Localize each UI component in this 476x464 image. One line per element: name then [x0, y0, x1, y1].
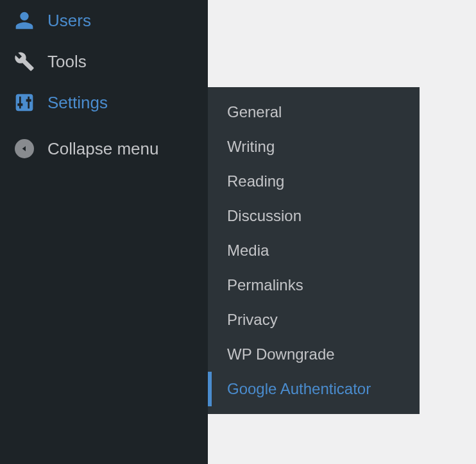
- submenu-item-permalinks[interactable]: Permalinks: [208, 268, 420, 302]
- submenu-item-reading[interactable]: Reading: [208, 164, 420, 199]
- collapse-icon: [13, 137, 36, 160]
- submenu-item-wp-downgrade[interactable]: WP Downgrade: [208, 337, 420, 372]
- settings-submenu: General Writing Reading Discussion Media…: [208, 87, 420, 414]
- collapse-label: Collapse menu: [47, 139, 158, 159]
- wrench-icon: [13, 50, 36, 73]
- submenu-item-label: Privacy: [227, 311, 278, 328]
- svg-rect-1: [19, 97, 21, 109]
- svg-rect-3: [28, 97, 30, 109]
- svg-rect-0: [16, 94, 33, 112]
- submenu-item-writing[interactable]: Writing: [208, 129, 420, 164]
- submenu-item-label: General: [227, 103, 282, 120]
- submenu-item-google-authenticator[interactable]: Google Authenticator: [208, 372, 420, 406]
- svg-rect-4: [26, 99, 31, 102]
- submenu-item-discussion[interactable]: Discussion: [208, 199, 420, 233]
- submenu-item-label: Reading: [227, 172, 284, 190]
- sidebar-item-label: Tools: [47, 52, 87, 72]
- sidebar-item-label: Settings: [47, 93, 108, 113]
- sidebar-collapse[interactable]: Collapse menu: [0, 128, 208, 169]
- submenu-item-media[interactable]: Media: [208, 233, 420, 268]
- sidebar-item-tools[interactable]: Tools: [0, 41, 208, 82]
- sidebar-item-label: Users: [47, 11, 91, 31]
- submenu-item-label: WP Downgrade: [227, 345, 335, 363]
- submenu-item-label: Google Authenticator: [227, 380, 371, 397]
- submenu-item-label: Discussion: [227, 207, 302, 224]
- submenu-item-label: Media: [227, 242, 269, 259]
- submenu-item-general[interactable]: General: [208, 95, 420, 129]
- submenu-item-label: Permalinks: [227, 276, 303, 294]
- sidebar-item-users[interactable]: Users: [0, 0, 208, 41]
- svg-rect-2: [17, 103, 22, 106]
- submenu-item-privacy[interactable]: Privacy: [208, 302, 420, 337]
- admin-sidebar: Users Tools Settings: [0, 0, 208, 464]
- user-icon: [13, 9, 36, 32]
- sliders-icon: [13, 91, 36, 114]
- sidebar-item-settings[interactable]: Settings: [0, 82, 208, 123]
- submenu-item-label: Writing: [227, 138, 275, 155]
